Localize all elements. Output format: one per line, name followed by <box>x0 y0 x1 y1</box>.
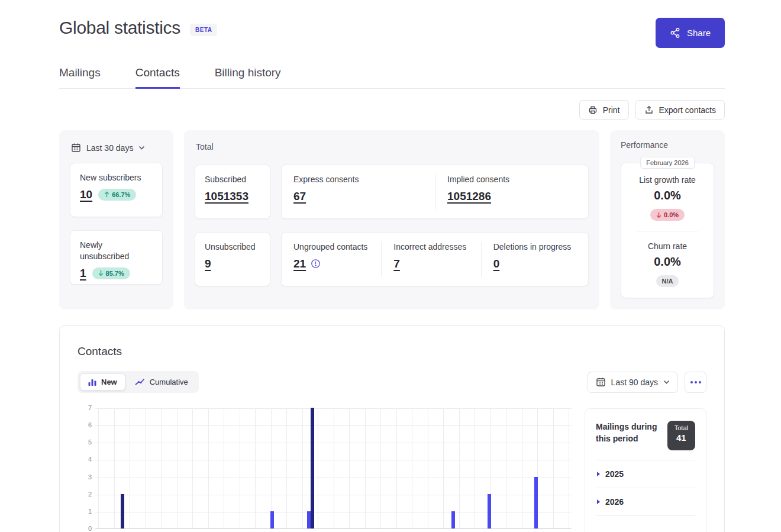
gridline <box>240 408 240 528</box>
new-subscribers-card: New subscribers 10 66.7% <box>70 163 163 217</box>
express-consents-value[interactable]: 67 <box>293 190 306 202</box>
toggle-cumulative[interactable]: Cumulative <box>127 373 196 391</box>
gridline <box>396 408 397 528</box>
stat-label: New subscribers <box>80 172 153 183</box>
gridline <box>428 408 428 528</box>
gridline <box>98 408 99 528</box>
gridline <box>475 408 475 528</box>
new-subscribers-value[interactable]: 10 <box>80 188 92 201</box>
performance-panel-label: Performance <box>621 140 714 150</box>
share-icon <box>670 27 681 38</box>
chart-menu-button[interactable] <box>685 372 706 393</box>
consents-card: Express consents 67 Implied consents 105… <box>281 165 589 219</box>
expand-triangle-icon <box>597 499 600 504</box>
gridline <box>146 408 146 528</box>
divider <box>637 231 698 231</box>
chart-controls: New Cumulative <box>78 371 706 393</box>
chart-bar[interactable] <box>488 494 491 528</box>
y-tick-label: 3 <box>88 473 92 481</box>
trend-badge: 66.7% <box>98 189 136 201</box>
share-button[interactable]: Share <box>656 18 725 48</box>
total-panel-label: Total <box>196 142 589 151</box>
print-button[interactable]: Print <box>579 100 629 120</box>
newly-unsubscribed-value[interactable]: 1 <box>80 267 86 280</box>
performance-panel: Performance February 2026 List growth ra… <box>610 130 725 309</box>
gridline <box>224 408 224 528</box>
deletions-in-progress-section: Deletions in progress 0 <box>481 241 588 277</box>
churn-rate-value: 0.0% <box>630 255 705 269</box>
chart-y-axis: 01234567 <box>78 408 92 529</box>
y-tick-label: 4 <box>88 456 92 463</box>
chart-bar[interactable] <box>534 477 538 528</box>
total-panel: Total Subscribed 1051353 Express consent… <box>184 130 599 309</box>
mailings-total-badge: Total 41 <box>667 421 695 450</box>
period-range-dropdown[interactable]: Last 30 days <box>71 143 162 153</box>
info-icon[interactable] <box>311 259 321 269</box>
tab-mailings[interactable]: Mailings <box>59 66 101 88</box>
ungrouped-contacts-value[interactable]: 21 <box>293 257 306 270</box>
gridline <box>349 408 350 528</box>
y-tick-label: 5 <box>88 439 92 446</box>
export-contacts-button[interactable]: Export contacts <box>635 100 725 120</box>
gridline <box>130 408 130 528</box>
page-header: Global statistics BETA Share <box>59 18 725 48</box>
chart-bar[interactable] <box>270 511 274 528</box>
chart-bar[interactable] <box>307 511 311 528</box>
arrow-down-icon <box>656 212 661 218</box>
tab-contacts[interactable]: Contacts <box>135 66 180 88</box>
gridline <box>192 408 193 528</box>
mailings-year-2025[interactable]: 2025 <box>596 460 695 488</box>
export-icon <box>644 105 654 115</box>
bar-chart-icon <box>88 378 96 386</box>
mailings-total-value: 41 <box>674 433 688 443</box>
arrow-up-icon <box>104 191 109 198</box>
chart-bar[interactable] <box>121 494 124 528</box>
line-chart-icon <box>135 378 145 386</box>
chart-mode-toggle: New Cumulative <box>78 371 199 393</box>
tab-billing-history[interactable]: Billing history <box>215 66 281 88</box>
incorrect-addresses-section: Incorrect addresses 7 <box>381 241 480 277</box>
deletions-in-progress-value[interactable]: 0 <box>493 257 500 270</box>
gridline <box>459 408 460 528</box>
gridline <box>380 408 381 528</box>
performance-period-tooltip: February 2026 <box>640 157 695 169</box>
gridline <box>522 408 522 528</box>
subscribed-card: Subscribed 1051353 <box>195 165 270 219</box>
performance-card: February 2026 List growth rate 0.0% 0.0%… <box>621 163 714 298</box>
calendar-icon <box>71 143 81 153</box>
contacts-section: Contacts New <box>59 325 725 532</box>
gridline <box>569 408 569 528</box>
gridline <box>208 408 209 528</box>
chart-bar[interactable] <box>451 511 455 528</box>
tab-bar: Mailings Contacts Billing history <box>59 66 725 89</box>
implied-consents-value[interactable]: 1051286 <box>447 190 491 202</box>
toggle-new[interactable]: New <box>80 373 125 391</box>
incorrect-addresses-value[interactable]: 7 <box>393 257 400 270</box>
mailings-year-2026[interactable]: 2026 <box>596 488 695 516</box>
calendar-icon <box>596 377 606 387</box>
y-tick-label: 6 <box>88 421 92 428</box>
mailings-period-label: Mailings during this period <box>596 421 660 450</box>
gridline <box>506 408 506 528</box>
contacts-issues-card: Ungrouped contacts 21 In <box>281 232 589 286</box>
gridline <box>114 408 115 528</box>
chart-plot <box>95 408 572 529</box>
trend-badge: 85.7% <box>92 267 130 279</box>
global-statistics-page: Global statistics BETA Share Mailings Co… <box>0 0 781 532</box>
newly-unsubscribed-card: Newly unsubscribed 1 85.7% <box>70 230 163 285</box>
gridline <box>286 408 287 528</box>
list-growth-rate-value: 0.0% <box>630 189 705 202</box>
ungrouped-contacts-section: Ungrouped contacts 21 <box>282 241 381 277</box>
stats-row: Last 30 days New subscribers 10 <box>59 130 725 309</box>
chart-range-dropdown[interactable]: Last 90 days <box>588 372 678 393</box>
unsubscribed-value[interactable]: 9 <box>205 257 211 270</box>
gridline <box>161 408 162 528</box>
arrow-down-icon <box>98 270 104 276</box>
actions-row: Print Export contacts <box>59 100 725 120</box>
page-title: Global statistics <box>59 18 180 38</box>
subscribed-value[interactable]: 1051353 <box>205 190 248 202</box>
chart-bar[interactable] <box>311 408 314 528</box>
gridline <box>365 408 366 528</box>
y-tick-label: 7 <box>88 404 92 411</box>
gridline <box>334 408 334 528</box>
